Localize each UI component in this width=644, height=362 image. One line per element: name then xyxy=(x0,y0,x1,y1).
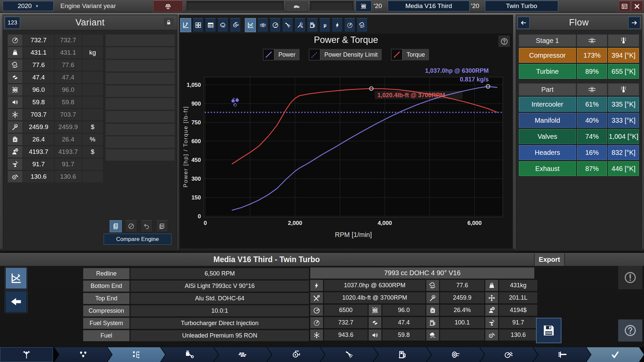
stat-value: 77.6 xyxy=(23,59,54,71)
svg-text:$: $ xyxy=(493,307,494,310)
toolbar-gauge-button[interactable] xyxy=(270,18,281,32)
tab-fuel-pump[interactable] xyxy=(374,347,431,362)
save-button[interactable] xyxy=(536,318,561,343)
help-button[interactable] xyxy=(618,319,642,342)
tab-variant-tree[interactable] xyxy=(108,347,165,362)
svg-text:450: 450 xyxy=(192,157,201,163)
spec-row: Fuel Unleaded Premium 95 RON xyxy=(83,330,309,341)
tab-turbo[interactable] xyxy=(267,347,325,362)
car-icon xyxy=(293,3,300,10)
tab-piston[interactable] xyxy=(161,347,218,362)
compare-engine-button[interactable]: Compare Engine xyxy=(104,234,171,245)
car-button[interactable] xyxy=(286,1,307,12)
legend-label: Torque xyxy=(402,49,429,60)
copy-button[interactable] xyxy=(110,220,122,232)
year-dropdown[interactable]: 2020 ▼ xyxy=(3,1,54,11)
toolbar-responsiveness-button[interactable] xyxy=(344,18,355,32)
toolbar-graph-button[interactable] xyxy=(245,18,256,32)
gauge-icon xyxy=(272,21,279,29)
toolbar-smoothness-button[interactable] xyxy=(357,18,368,32)
variant-name-tab[interactable]: Twin Turbo xyxy=(485,1,558,11)
fuel-pump-icon xyxy=(309,21,316,29)
stat-value: 2459.9 xyxy=(23,121,54,133)
flow-row-compressor: Compressor 173% 394 [°K] xyxy=(519,48,639,63)
spec-row: Bottom End AlSi Light 7993cc V 90°16 xyxy=(83,281,309,292)
spray-icon xyxy=(284,21,291,29)
tab-crankshaft[interactable] xyxy=(214,347,272,362)
flow-header-label: Stage 1 xyxy=(519,35,576,47)
loudness-icon xyxy=(369,329,381,341)
legend-power-density-limit[interactable]: Power Density Limit xyxy=(309,49,382,60)
graphs-view-button[interactable] xyxy=(5,267,27,289)
legend-label: Power Density Limit xyxy=(320,49,382,60)
engine-family-button[interactable] xyxy=(356,1,372,12)
fuel-economy-icon xyxy=(426,305,439,316)
engineering-time-icon xyxy=(485,329,498,341)
summary-button[interactable] xyxy=(619,1,630,12)
close-button[interactable] xyxy=(631,1,643,12)
chart-help-button[interactable] xyxy=(498,36,510,47)
flow-part-name: Compressor xyxy=(519,48,576,63)
toolbar-fuel-pump-button[interactable] xyxy=(307,18,318,32)
legend-torque[interactable]: Torque xyxy=(391,49,429,60)
emissions-icon xyxy=(426,329,439,341)
bolt-icon xyxy=(310,280,323,291)
tab-spray[interactable] xyxy=(320,347,378,362)
flow-row-turbine: Turbine 89% 655 [°K] xyxy=(519,64,639,79)
comparison-empty-column xyxy=(106,35,175,162)
warnings-button[interactable] xyxy=(618,266,642,289)
variant-panel: 123 Variant 732.7 732.7 431.1 431.1 kg 7… xyxy=(3,15,177,250)
stat-unit xyxy=(82,84,103,96)
compare-scales-button[interactable] xyxy=(153,0,183,12)
toolbar-wrench-pct-button[interactable]: % xyxy=(294,18,306,32)
top-bar: 2020 ▼ Engine Variant year '20 Media V16… xyxy=(0,0,644,13)
tab-check[interactable] xyxy=(586,347,644,362)
lock-button[interactable] xyxy=(164,18,174,27)
undo-button[interactable] xyxy=(141,220,153,232)
stat-value-secondary: 2459.9 xyxy=(55,121,82,133)
torque-icon xyxy=(310,292,323,303)
graph-icon xyxy=(10,272,22,285)
comparison-empty-row xyxy=(106,124,175,135)
spec-label: Fuel System xyxy=(83,318,129,329)
export-button[interactable]: Export xyxy=(534,253,565,266)
numeric-mode-badge[interactable]: 123 xyxy=(5,17,20,29)
paste-button[interactable] xyxy=(156,220,168,232)
stats-value: 943.6 xyxy=(324,329,368,341)
toolbar-data-table-button[interactable] xyxy=(205,18,216,32)
stat-unit xyxy=(82,171,103,182)
tab-family-tree[interactable] xyxy=(0,347,53,362)
legend-power[interactable]: Power xyxy=(263,49,300,60)
toolbar-spray-button[interactable] xyxy=(282,18,293,32)
toolbar-airflow-button[interactable] xyxy=(257,18,268,32)
flow-prev-button[interactable] xyxy=(518,17,530,29)
toolbar-mu-button[interactable]: µ xyxy=(319,18,330,32)
tab-engine-layout[interactable] xyxy=(54,347,112,362)
toolbar-chart-curve-button[interactable] xyxy=(180,18,191,32)
spec-label: Compression xyxy=(83,305,129,316)
wrench-pct-icon: % xyxy=(297,21,304,29)
variant-panel-title: Variant xyxy=(3,15,177,30)
tab-dyno[interactable] xyxy=(480,347,538,362)
muffler-icon xyxy=(450,350,461,360)
variant-panel-header: 123 Variant xyxy=(3,15,177,30)
spec-label: Bottom End xyxy=(83,281,129,292)
flow-temp: 832 [°K] xyxy=(608,145,639,160)
legend-swatch xyxy=(391,49,402,60)
svg-text:300: 300 xyxy=(192,176,201,182)
arrow-left-icon xyxy=(520,19,527,26)
forbid-button[interactable] xyxy=(125,220,137,232)
back-button[interactable] xyxy=(5,291,27,313)
variant-stat-row: 47.4 47.4 xyxy=(8,72,103,83)
flow-next-button[interactable] xyxy=(628,17,640,29)
toolbar-bolt-button[interactable] xyxy=(332,18,343,32)
tab-muffler[interactable] xyxy=(427,347,484,362)
engine-name-tab[interactable]: Media V16 Third xyxy=(388,1,470,11)
toolbar-turbo-button[interactable] xyxy=(230,18,241,32)
smoothness-icon xyxy=(8,59,22,71)
empty-field-2 xyxy=(310,1,354,11)
toolbar-cloud-button[interactable] xyxy=(217,18,228,32)
engineering-cost-icon: $ xyxy=(485,305,498,316)
tab-exhaust-pipe[interactable] xyxy=(533,347,591,362)
toolbar-grid-button[interactable] xyxy=(193,18,204,32)
